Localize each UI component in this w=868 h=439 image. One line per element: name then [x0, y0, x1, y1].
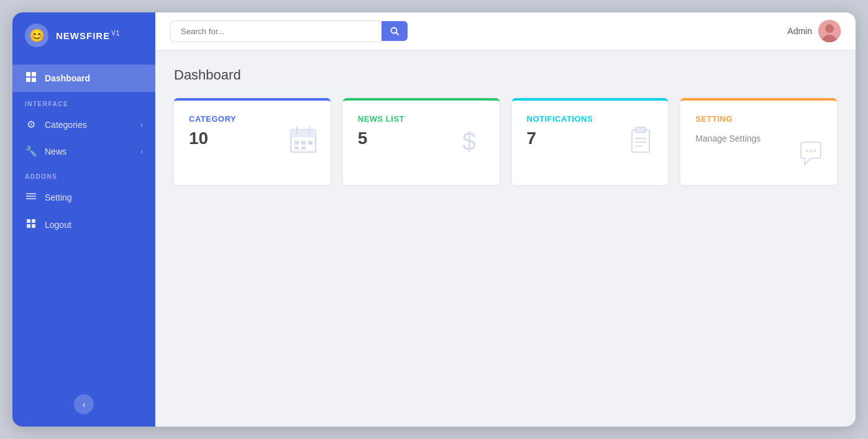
sidebar-section-interface: INTERFACE [12, 92, 155, 111]
card-setting-title: SETTING [695, 114, 822, 124]
sidebar-item-logout[interactable]: Logout [12, 211, 155, 238]
app-container: 😊 NEWSFIREV1 Dashboard INTERFACE ⚙ Categ… [12, 12, 856, 427]
dollar-icon: $ [457, 125, 487, 161]
page-title: Dashboard [174, 67, 837, 83]
card-notifications-title: NOTIFICATIONS [527, 114, 654, 124]
sidebar-logo: 😊 NEWSFIREV1 [12, 12, 155, 58]
dashboard-icon [25, 72, 37, 84]
svg-rect-6 [27, 224, 30, 228]
logout-icon [25, 219, 37, 231]
sidebar-item-news-label: News [45, 147, 66, 156]
user-avatar [818, 20, 841, 42]
svg-rect-18 [301, 141, 306, 145]
card-setting: SETTING Manage Settings [680, 98, 837, 185]
svg-rect-17 [295, 141, 299, 145]
news-icon: 🔧 [25, 145, 37, 157]
search-input[interactable] [170, 20, 381, 42]
sidebar-item-setting[interactable]: Setting [12, 184, 155, 211]
chat-icon [797, 140, 825, 173]
svg-rect-4 [27, 219, 30, 223]
svg-rect-1 [32, 72, 36, 76]
header: Admin [155, 12, 856, 50]
card-notifications: NOTIFICATIONS 7 [512, 98, 669, 185]
card-news-title: NEWS LIST [358, 114, 485, 124]
svg-rect-23 [632, 130, 649, 152]
svg-rect-20 [295, 147, 299, 150]
svg-rect-5 [32, 219, 35, 223]
sidebar-section-addons: ADDONS [12, 165, 155, 184]
svg-text:$: $ [462, 127, 476, 155]
logo-emoji: 😊 [29, 28, 45, 43]
header-username: Admin [787, 26, 812, 36]
svg-point-30 [813, 150, 816, 152]
cards-grid: CATEGORY 10 [174, 98, 837, 185]
categories-icon: ⚙ [25, 119, 37, 130]
sidebar-item-setting-label: Setting [45, 192, 72, 202]
page-content: Dashboard CATEGORY 10 [155, 50, 856, 427]
svg-rect-2 [26, 78, 30, 82]
logo-icon: 😊 [25, 24, 48, 47]
svg-point-28 [806, 150, 808, 152]
search-container [170, 20, 408, 42]
setting-icon [25, 191, 37, 204]
svg-point-29 [810, 150, 812, 152]
sidebar-item-news[interactable]: 🔧 News › [12, 138, 155, 165]
sidebar-item-dashboard-label: Dashboard [45, 73, 90, 83]
card-category-title: CATEGORY [189, 114, 316, 124]
card-category: CATEGORY 10 [174, 98, 331, 185]
main-content: Admin Dashboard CATEGORY 10 [155, 12, 856, 427]
header-user: Admin [787, 20, 841, 42]
clipboard-icon [626, 125, 656, 161]
sidebar-item-dashboard[interactable]: Dashboard [12, 65, 155, 92]
chevron-right-icon-news: › [140, 147, 143, 156]
sidebar-item-logout-label: Logout [45, 220, 71, 230]
sidebar-item-categories[interactable]: ⚙ Categories › [12, 111, 155, 138]
svg-rect-19 [308, 141, 313, 145]
sidebar: 😊 NEWSFIREV1 Dashboard INTERFACE ⚙ Categ… [12, 12, 155, 427]
search-button[interactable] [381, 21, 408, 41]
chevron-right-icon: › [140, 120, 143, 129]
card-news-list: NEWS LIST 5 $ [343, 98, 500, 185]
logo-text: NEWSFIREV1 [56, 30, 120, 41]
svg-rect-0 [26, 72, 30, 76]
calendar-icon [288, 125, 318, 161]
svg-rect-24 [636, 127, 646, 132]
svg-line-9 [396, 33, 399, 35]
sidebar-nav: Dashboard INTERFACE ⚙ Categories › 🔧 New… [12, 58, 155, 394]
svg-rect-14 [291, 130, 316, 137]
svg-rect-7 [32, 224, 35, 228]
svg-rect-21 [301, 147, 306, 150]
sidebar-collapse-button[interactable]: ‹ [74, 394, 94, 414]
svg-rect-3 [32, 78, 36, 82]
sidebar-item-categories-label: Categories [45, 120, 87, 130]
svg-point-11 [825, 24, 834, 33]
search-icon [390, 27, 399, 35]
